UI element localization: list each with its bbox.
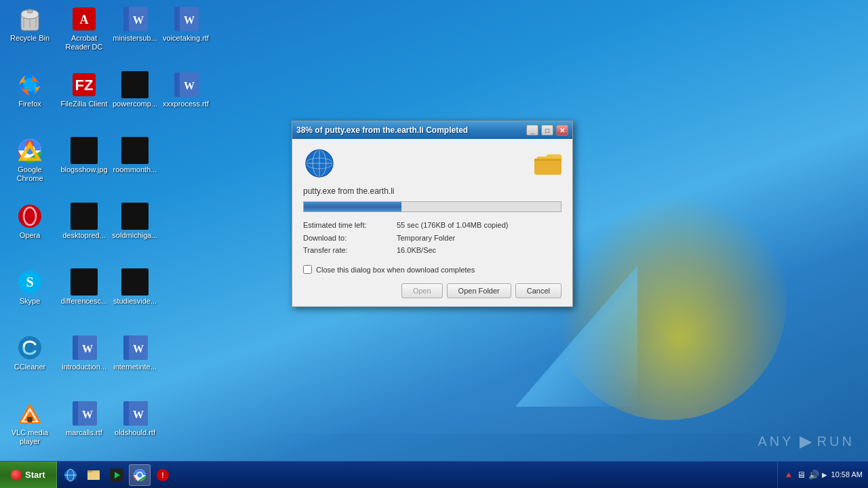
taskbar-chrome-icon[interactable] xyxy=(129,464,151,486)
tray-volume-icon[interactable]: 🔊 xyxy=(808,470,819,480)
icon-skype[interactable]: S Skype xyxy=(5,268,54,306)
icon-marcalls[interactable]: W marcalls.rtf xyxy=(60,400,108,437)
vlc-label: VLC media player xyxy=(5,428,54,446)
icon-oldshould[interactable]: W oldshould.rtf xyxy=(111,400,159,437)
estimated-time-label: Estimated time left: xyxy=(303,219,391,232)
roommonth-icon xyxy=(121,137,149,164)
cancel-button[interactable]: Cancel xyxy=(515,283,561,298)
close-dialog-label[interactable]: Close this dialog box when download comp… xyxy=(316,266,475,274)
taskbar-time: 10:58 AM xyxy=(831,470,863,479)
icon-powercomp[interactable]: powercomp... xyxy=(111,71,159,108)
word-icon-6: W xyxy=(71,400,98,427)
recycle-bin-label: Recycle Bin xyxy=(10,34,50,43)
taskbar: Start xyxy=(0,461,868,488)
svg-text:W: W xyxy=(82,343,93,354)
icon-differencesc[interactable]: differencesc... xyxy=(60,268,108,306)
download-to-label: Download to: xyxy=(303,232,391,245)
word-icon-5: W xyxy=(121,334,149,361)
soldmichiga-label: soldmichiga... xyxy=(112,231,157,240)
taskbar-ie-icon[interactable] xyxy=(60,464,81,486)
ccleaner-icon xyxy=(16,334,43,361)
icon-blogsshow[interactable]: blogsshow.jpg xyxy=(60,137,108,174)
recycle-bin-icon xyxy=(16,5,43,33)
taskbar-avast-icon[interactable]: ! xyxy=(152,464,174,486)
powercomp-label: powercomp... xyxy=(113,100,157,108)
desktop-icons: Recycle Bin A Acrobat Reader DC W minist… xyxy=(0,0,203,474)
dialog-titlebar: 38% of putty.exe from the.earth.li Compl… xyxy=(292,121,572,139)
open-button[interactable]: Open xyxy=(401,283,443,298)
estimated-time-value: 55 sec (176KB of 1.04MB copied) xyxy=(397,219,508,232)
powercomp-icon xyxy=(121,71,149,98)
dialog-title: 38% of putty.exe from the.earth.li Compl… xyxy=(296,125,524,135)
icon-desktopred[interactable]: desktopred... xyxy=(60,203,108,240)
blogsshow-icon xyxy=(71,137,98,164)
icon-voicetaking[interactable]: W voicetaking.rtf xyxy=(161,5,210,43)
transfer-rate-label: Transfer rate: xyxy=(303,244,391,257)
sys-tray-icons: 🔺 🖥 🔊 ▶ xyxy=(783,470,827,480)
firefox-label: Firefox xyxy=(18,100,41,108)
differencesc-icon xyxy=(71,268,98,296)
filezilla-icon: FZ xyxy=(71,71,98,98)
differencesc-label: differencesc... xyxy=(61,297,107,306)
start-button[interactable]: Start xyxy=(0,462,57,489)
icon-vlc[interactable]: VLC media player xyxy=(5,400,54,446)
word-icon-7: W xyxy=(121,400,149,427)
dialog-icons-row xyxy=(303,147,561,180)
svg-text:A: A xyxy=(80,13,89,26)
firefox-icon xyxy=(16,71,43,98)
tray-arrow-icon[interactable]: ▶ xyxy=(822,471,827,479)
close-dialog-checkbox[interactable] xyxy=(303,265,312,274)
svg-text:S: S xyxy=(26,274,33,289)
icon-opera[interactable]: Opera xyxy=(5,203,54,240)
icon-ministersub[interactable]: W ministersub... xyxy=(111,5,159,43)
tray-monitor-icon[interactable]: 🖥 xyxy=(797,470,806,480)
svg-point-58 xyxy=(137,472,142,477)
svg-text:W: W xyxy=(184,14,195,26)
svg-point-48 xyxy=(306,150,333,177)
xxxprocess-label: xxxprocess.rtf xyxy=(163,100,209,108)
svg-point-26 xyxy=(18,336,41,359)
open-folder-button[interactable]: Open Folder xyxy=(447,283,511,298)
icon-introduction[interactable]: W introduction... xyxy=(60,334,108,371)
chrome-label: Google Chrome xyxy=(5,165,54,183)
folder-icon xyxy=(534,150,561,177)
opera-icon xyxy=(16,203,43,230)
start-label: Start xyxy=(25,470,45,480)
icon-studiesvide[interactable]: studiesvide... xyxy=(111,268,159,306)
tray-network-icon[interactable]: 🔺 xyxy=(783,470,794,480)
svg-text:W: W xyxy=(133,343,144,354)
dialog-info: Estimated time left: 55 sec (176KB of 1.… xyxy=(303,219,561,257)
dialog-minimize-button[interactable]: _ xyxy=(526,125,538,136)
icon-firefox[interactable]: Firefox xyxy=(5,71,54,108)
watermark-run-text: RUN xyxy=(817,434,854,449)
progress-bar-container xyxy=(303,201,561,212)
taskbar-media-icon[interactable] xyxy=(106,464,127,486)
dialog-buttons: Open Open Folder Cancel xyxy=(303,283,561,298)
dialog-close-button[interactable]: ✕ xyxy=(556,125,568,136)
icon-filezilla[interactable]: FZ FileZilla Client xyxy=(60,71,108,108)
word-icon-2: W xyxy=(172,5,199,33)
dialog-restore-button[interactable]: □ xyxy=(541,125,553,136)
checkbox-row: Close this dialog box when download comp… xyxy=(303,265,561,274)
voicetaking-label: voicetaking.rtf xyxy=(163,34,209,43)
taskbar-items: ! xyxy=(57,462,777,488)
icon-acrobat[interactable]: A Acrobat Reader DC xyxy=(60,5,108,52)
acrobat-icon: A xyxy=(71,5,98,33)
taskbar-explorer-icon[interactable] xyxy=(83,464,104,486)
transfer-rate-value: 16.0KB/Sec xyxy=(397,244,436,257)
icon-internetinte[interactable]: W internetinte... xyxy=(111,334,159,371)
icon-soldmichiga[interactable]: soldmichiga... xyxy=(111,203,159,240)
watermark-text: ANY xyxy=(758,434,794,449)
icon-xxxprocess[interactable]: W xxxprocess.rtf xyxy=(161,71,210,108)
info-row-time: Estimated time left: 55 sec (176KB of 1.… xyxy=(303,219,561,232)
svg-text:W: W xyxy=(184,80,195,92)
icon-roommonth[interactable]: roommonth... xyxy=(111,137,159,174)
icon-recycle-bin[interactable]: Recycle Bin xyxy=(5,5,54,43)
info-row-download: Download to: Temporary Folder xyxy=(303,232,561,245)
svg-text:W: W xyxy=(133,14,144,26)
watermark: ANY ▶ RUN xyxy=(758,432,854,451)
icon-ccleaner[interactable]: CCleaner xyxy=(5,334,54,371)
icon-chrome[interactable]: Google Chrome xyxy=(5,137,54,183)
svg-text:FZ: FZ xyxy=(75,77,94,94)
globe-icon xyxy=(303,147,336,180)
